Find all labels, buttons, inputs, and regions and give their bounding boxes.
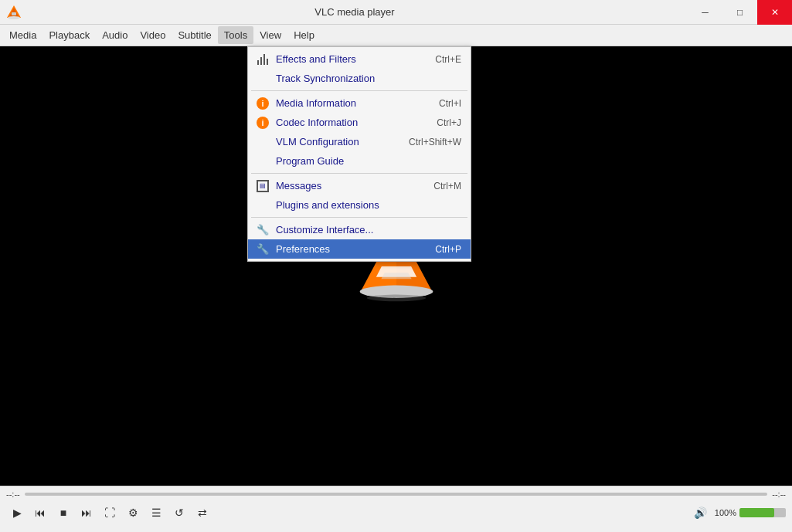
separator-1	[251, 90, 467, 91]
messages-label: Messages	[276, 180, 321, 191]
customize-icon: 🔧	[256, 224, 270, 236]
svg-rect-3	[12, 12, 16, 15]
close-button[interactable]: ✕	[757, 0, 792, 25]
media-info-shortcut: Ctrl+I	[423, 98, 461, 109]
fullscreen-button[interactable]: ⛶	[99, 502, 121, 524]
next-button[interactable]: ⏭	[76, 502, 97, 524]
menu-view[interactable]: View	[253, 26, 287, 44]
menu-customize[interactable]: 🔧 Customize Interface...	[248, 220, 471, 239]
separator-2	[251, 173, 467, 174]
menu-playback[interactable]: Playback	[42, 26, 96, 44]
media-info-label: Media Information	[276, 97, 356, 109]
time-end: --:--	[772, 490, 786, 499]
menu-subtitle[interactable]: Subtitle	[172, 26, 217, 44]
program-guide-label: Program Guide	[276, 155, 344, 167]
preferences-label: Preferences	[276, 243, 330, 255]
menu-messages[interactable]: ▤ Messages Ctrl+M	[248, 176, 471, 195]
separator-3	[251, 217, 467, 218]
time-start: --:--	[6, 490, 20, 499]
titlebar: VLC media player ─ □ ✕	[0, 0, 792, 25]
window-title: VLC media player	[22, 6, 688, 18]
svg-point-10	[366, 294, 425, 301]
menu-tools[interactable]: Tools	[218, 26, 253, 44]
menu-codec-info[interactable]: i Codec Information Ctrl+J	[248, 113, 471, 132]
window-controls: ─ □ ✕	[688, 0, 792, 25]
plugins-label: Plugins and extensions	[276, 199, 379, 211]
menu-media-info[interactable]: i Media Information Ctrl+I	[248, 93, 471, 113]
tools-dropdown: Effects and Filters Ctrl+E Track Synchro…	[247, 46, 471, 262]
menu-help[interactable]: Help	[287, 26, 321, 44]
volume-area: 🔊 100%	[690, 502, 786, 524]
seekbar-row: --:-- --:--	[6, 490, 786, 499]
minimize-button[interactable]: ─	[688, 0, 722, 25]
menubar: Media Playback Audio Video Subtitle Tool…	[0, 25, 792, 46]
vlc-title-icon	[6, 5, 22, 20]
media-info-icon: i	[256, 97, 270, 110]
vlm-config-shortcut: Ctrl+Shift+W	[393, 137, 461, 147]
playlist-button[interactable]: ☰	[145, 502, 167, 524]
effects-filters-shortcut: Ctrl+E	[420, 54, 461, 65]
codec-info-icon: i	[256, 117, 270, 129]
menu-program-guide[interactable]: Program Guide	[248, 151, 471, 171]
codec-info-label: Codec Information	[276, 117, 358, 128]
svg-marker-7	[381, 273, 411, 279]
menu-media[interactable]: Media	[3, 26, 42, 44]
codec-info-shortcut: Ctrl+J	[421, 117, 461, 128]
controls-row: ▶ ⏮ ■ ⏭ ⛶ ⚙ ☰ ↺ ⇄ 🔊 100%	[6, 502, 786, 524]
volume-label: 100%	[715, 508, 736, 517]
loop-button[interactable]: ↺	[168, 502, 190, 524]
menu-effects-filters[interactable]: Effects and Filters Ctrl+E	[248, 49, 471, 69]
seekbar[interactable]	[25, 493, 768, 496]
track-sync-label: Track Synchronization	[276, 73, 375, 84]
extended-settings-button[interactable]: ⚙	[122, 502, 144, 524]
vlm-config-label: VLM Configuration	[276, 136, 359, 147]
restore-button[interactable]: □	[722, 0, 757, 25]
messages-icon: ▤	[256, 180, 270, 192]
svg-point-2	[8, 16, 20, 19]
preferences-shortcut: Ctrl+P	[420, 244, 461, 255]
preferences-icon: 🔧	[256, 243, 270, 255]
messages-shortcut: Ctrl+M	[418, 181, 461, 191]
play-button[interactable]: ▶	[6, 502, 28, 524]
eq-icon	[256, 54, 270, 65]
customize-label: Customize Interface...	[276, 224, 373, 236]
menu-audio[interactable]: Audio	[96, 26, 134, 44]
stop-button[interactable]: ■	[53, 502, 74, 524]
menu-preferences[interactable]: 🔧 Preferences Ctrl+P	[248, 239, 471, 259]
volume-fill	[739, 508, 774, 517]
menu-video[interactable]: Video	[134, 26, 172, 44]
prev-button[interactable]: ⏮	[29, 502, 51, 524]
random-button[interactable]: ⇄	[192, 502, 213, 524]
menu-plugins[interactable]: Plugins and extensions	[248, 195, 471, 215]
controls-bar: --:-- --:-- ▶ ⏮ ■ ⏭ ⛶ ⚙ ☰ ↺ ⇄ 🔊 100%	[0, 486, 792, 532]
volume-icon-button[interactable]: 🔊	[690, 502, 712, 524]
menu-vlm-config[interactable]: VLM Configuration Ctrl+Shift+W	[248, 132, 471, 151]
volume-bar[interactable]	[739, 508, 786, 517]
effects-filters-label: Effects and Filters	[276, 53, 356, 65]
menu-track-sync[interactable]: Track Synchronization	[248, 69, 471, 88]
